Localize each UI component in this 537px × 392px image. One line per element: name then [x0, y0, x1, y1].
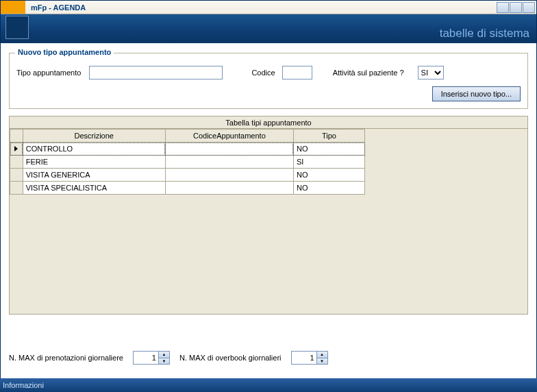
max-pren-input[interactable]: [134, 352, 158, 364]
types-table[interactable]: Descrizione CodiceAppuntamento Tipo CONT…: [10, 129, 365, 195]
max-over-label: N. MAX di overbook giornalieri: [179, 354, 282, 362]
table-row[interactable]: CONTROLLO NO: [10, 143, 365, 156]
codice-input[interactable]: [282, 66, 312, 79]
row-indicator-cell: [10, 169, 23, 182]
bottom-controls: N. MAX di prenotazioni giornaliere ▲ ▼ N…: [9, 351, 328, 365]
attivita-select[interactable]: SI NO: [418, 66, 444, 79]
col-tipo[interactable]: Tipo: [293, 130, 364, 143]
cell-tipo[interactable]: SI: [293, 156, 364, 169]
max-pren-label: N. MAX di prenotazioni giornaliere: [9, 354, 123, 362]
spinner-down-icon[interactable]: ▼: [159, 358, 169, 365]
table-panel: Tabella tipi appuntamento Descrizione Co…: [9, 116, 528, 315]
cell-descr[interactable]: VISITA GENERICA: [23, 169, 165, 182]
tipo-input[interactable]: [89, 66, 223, 79]
minimize-button[interactable]: [497, 2, 509, 13]
row-header-blank: [10, 130, 23, 143]
attivita-label: Attività sul paziente ?: [333, 69, 404, 77]
spinner-up-icon[interactable]: ▲: [159, 352, 169, 358]
cell-codice[interactable]: [165, 156, 293, 169]
page-subtitle: tabelle di sistema: [440, 27, 529, 40]
row-indicator-cell: [10, 143, 23, 156]
cell-descr[interactable]: FERIE: [23, 156, 165, 169]
table-row[interactable]: VISITA SPECIALISTICA NO: [10, 182, 365, 195]
tipo-label: Tipo appuntamento: [16, 69, 81, 77]
form-row: Tipo appuntamento Codice Attività sul pa…: [16, 66, 521, 79]
table-row[interactable]: FERIE SI: [10, 156, 365, 169]
current-row-indicator-icon: [14, 146, 18, 151]
titlebar: mFp - AGENDA: [1, 1, 536, 14]
cell-tipo[interactable]: NO: [293, 182, 364, 195]
cell-tipo[interactable]: NO: [293, 169, 364, 182]
table-row[interactable]: VISITA GENERICA NO: [10, 169, 365, 182]
col-codice[interactable]: CodiceAppuntamento: [165, 130, 293, 143]
new-type-groupbox: Nuovo tipo appuntamento Tipo appuntament…: [9, 53, 528, 109]
cell-tipo[interactable]: NO: [293, 143, 364, 156]
insert-new-type-button[interactable]: Inserisci nuovo tipo...: [432, 86, 521, 101]
cell-descr[interactable]: VISITA SPECIALISTICA: [23, 182, 165, 195]
close-button[interactable]: [523, 2, 535, 13]
row-indicator-cell: [10, 156, 23, 169]
cell-codice[interactable]: [165, 169, 293, 182]
max-over-spinner[interactable]: ▲ ▼: [291, 351, 328, 365]
max-over-input[interactable]: [292, 352, 316, 364]
window-title: mFp - AGENDA: [25, 3, 86, 12]
titlebar-accent: [1, 1, 25, 14]
spinner-down-icon[interactable]: ▼: [317, 358, 327, 365]
maximize-button[interactable]: [510, 2, 522, 13]
spinner-up-icon[interactable]: ▲: [317, 352, 327, 358]
col-descrizione[interactable]: Descrizione: [23, 130, 165, 143]
header-bar: tabelle di sistema: [1, 14, 536, 43]
window-controls: [496, 2, 535, 13]
cell-codice[interactable]: [165, 143, 293, 156]
groupbox-legend: Nuovo tipo appuntamento: [15, 48, 114, 56]
table-title: Tabella tipi appuntamento: [10, 117, 527, 129]
status-text: Informazioni: [3, 381, 44, 389]
max-pren-spinner[interactable]: ▲ ▼: [133, 351, 170, 365]
cell-codice[interactable]: [165, 182, 293, 195]
content-area: Nuovo tipo appuntamento Tipo appuntament…: [1, 43, 536, 377]
cell-descr[interactable]: CONTROLLO: [23, 143, 165, 156]
statusbar: Informazioni: [0, 378, 537, 392]
row-indicator-cell: [10, 182, 23, 195]
header-logo-placeholder: [5, 16, 29, 39]
codice-label: Codice: [251, 69, 275, 77]
